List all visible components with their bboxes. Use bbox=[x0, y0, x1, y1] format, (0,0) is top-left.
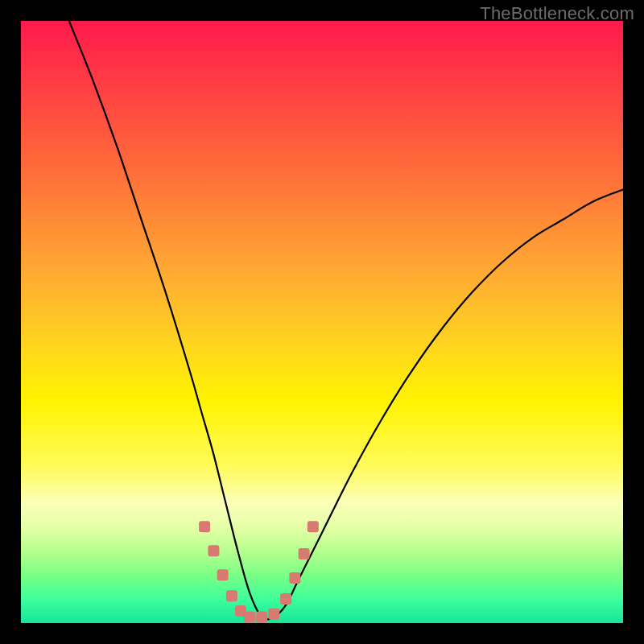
valley-marker bbox=[244, 612, 255, 623]
valley-marker bbox=[308, 521, 319, 532]
valley-marker bbox=[280, 593, 291, 605]
bottleneck-curve bbox=[69, 21, 623, 619]
valley-marker bbox=[268, 609, 279, 620]
valley-marker bbox=[289, 572, 300, 584]
valley-markers bbox=[199, 521, 319, 622]
valley-marker bbox=[299, 548, 310, 559]
valley-marker bbox=[217, 569, 229, 580]
chart-svg bbox=[0, 0, 644, 644]
valley-marker bbox=[199, 521, 210, 532]
valley-marker bbox=[208, 545, 219, 556]
watermark-text: TheBottleneck.com bbox=[480, 3, 634, 24]
valley-marker bbox=[256, 612, 267, 623]
valley-marker bbox=[226, 590, 237, 601]
